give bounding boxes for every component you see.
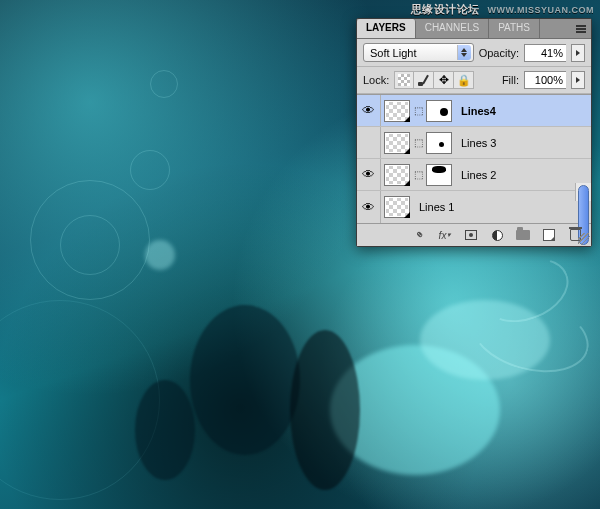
visibility-toggle[interactable] — [357, 127, 381, 158]
layer-name[interactable]: Lines4 — [455, 105, 496, 117]
chevron-down-icon: ▾ — [447, 231, 451, 239]
layer-thumbnail[interactable] — [384, 196, 410, 218]
triangle-right-icon — [576, 50, 580, 56]
eye-icon: 👁 — [362, 167, 375, 182]
tab-paths[interactable]: PATHS — [489, 19, 540, 38]
visibility-toggle[interactable]: 👁 — [357, 191, 381, 223]
watermark-cn: 思缘设计论坛 — [411, 2, 480, 17]
adjustment-icon — [492, 230, 503, 241]
mask-link-icon[interactable]: ⬚ — [412, 164, 424, 186]
lock-button-group: ✥ 🔒 — [394, 71, 474, 89]
layer-list: 👁 ⬚ Lines4 ⬚ Lines 3 👁 ⬚ — [357, 94, 591, 224]
new-group-button[interactable] — [515, 227, 531, 243]
opacity-flyout-button[interactable] — [571, 44, 585, 62]
layer-row[interactable]: ⬚ Lines 3 — [357, 127, 591, 159]
layer-mask-thumbnail[interactable] — [426, 100, 452, 122]
new-layer-button[interactable] — [541, 227, 557, 243]
eye-icon: 👁 — [362, 200, 375, 215]
lock-position-button[interactable]: ✥ — [434, 71, 454, 89]
fill-label: Fill: — [502, 74, 519, 86]
layer-mask-thumbnail[interactable] — [426, 132, 452, 154]
move-icon: ✥ — [439, 74, 449, 86]
layer-thumbnails: ⬚ — [381, 132, 455, 154]
brush-icon — [418, 74, 430, 86]
panel-resize-grip[interactable] — [578, 233, 590, 245]
lock-transparency-button[interactable] — [394, 71, 414, 89]
select-stepper-icon — [457, 45, 471, 60]
layer-scrollbar[interactable] — [575, 183, 591, 201]
layer-thumbnail[interactable] — [384, 164, 410, 186]
lock-label: Lock: — [363, 74, 389, 86]
layer-thumbnail[interactable] — [384, 132, 410, 154]
mask-link-icon[interactable]: ⬚ — [412, 132, 424, 154]
layer-thumbnails: ⬚ — [381, 100, 455, 122]
mask-link-icon[interactable]: ⬚ — [412, 100, 424, 122]
visibility-toggle[interactable]: 👁 — [357, 159, 381, 190]
layer-styles-button[interactable]: fx▾ — [437, 227, 453, 243]
lock-icon: 🔒 — [457, 75, 471, 86]
blend-mode-select[interactable]: Soft Light — [363, 43, 474, 62]
fx-icon: fx — [439, 230, 447, 241]
layer-row[interactable]: 👁 ⬚ Lines4 — [357, 95, 591, 127]
eye-icon: 👁 — [362, 103, 375, 118]
layer-row[interactable]: 👁 Lines 1 — [357, 191, 591, 223]
fill-field[interactable]: 100% — [524, 71, 566, 89]
visibility-toggle[interactable]: 👁 — [357, 95, 381, 126]
watermark-en: WWW.MISSYUAN.COM — [488, 5, 595, 15]
tab-channels[interactable]: CHANNELS — [416, 19, 489, 38]
menu-icon — [576, 25, 586, 33]
opacity-value: 41% — [541, 47, 563, 59]
layer-row[interactable]: 👁 ⬚ Lines 2 — [357, 159, 591, 191]
layer-name[interactable]: Lines 1 — [413, 201, 454, 213]
triangle-right-icon — [576, 77, 580, 83]
opacity-label: Opacity: — [479, 47, 519, 59]
layer-thumbnails — [381, 196, 413, 218]
lock-pixels-button[interactable] — [414, 71, 434, 89]
transparency-icon — [398, 74, 410, 86]
link-icon: ⚭ — [411, 227, 428, 244]
blend-mode-value: Soft Light — [370, 47, 416, 59]
fill-flyout-button[interactable] — [571, 71, 585, 89]
new-layer-icon — [543, 229, 555, 241]
layer-thumbnail[interactable] — [384, 100, 410, 122]
lock-fill-row: Lock: ✥ 🔒 Fill: 100% — [357, 67, 591, 94]
layer-mask-thumbnail[interactable] — [426, 164, 452, 186]
layers-panel: LAYERS CHANNELS PATHS Soft Light Opacity… — [356, 18, 592, 247]
panel-menu-button[interactable] — [571, 19, 591, 38]
panel-tabbar: LAYERS CHANNELS PATHS — [357, 19, 591, 39]
tab-layers[interactable]: LAYERS — [357, 19, 416, 38]
link-layers-button[interactable]: ⚭ — [411, 227, 427, 243]
mask-icon — [465, 230, 477, 240]
blend-opacity-row: Soft Light Opacity: 41% — [357, 39, 591, 67]
panel-footer: ⚭ fx▾ — [357, 224, 591, 246]
adjustment-layer-button[interactable] — [489, 227, 505, 243]
add-mask-button[interactable] — [463, 227, 479, 243]
layer-name[interactable]: Lines 2 — [455, 169, 496, 181]
opacity-field[interactable]: 41% — [524, 44, 566, 62]
layer-thumbnails: ⬚ — [381, 164, 455, 186]
lock-all-button[interactable]: 🔒 — [454, 71, 474, 89]
layer-name[interactable]: Lines 3 — [455, 137, 496, 149]
watermark: 思缘设计论坛 WWW.MISSYUAN.COM — [411, 2, 595, 17]
folder-icon — [516, 230, 530, 240]
fill-value: 100% — [535, 74, 563, 86]
